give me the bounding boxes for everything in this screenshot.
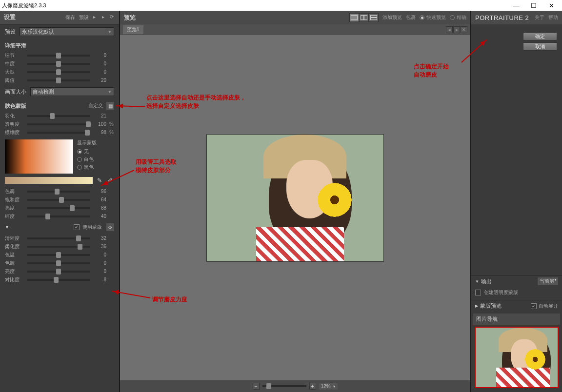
brand-label: PORTRAITURE 2 — [475, 14, 529, 21]
create-alpha-mask-checkbox[interactable] — [475, 290, 481, 295]
zoom-out-button[interactable]: − — [253, 383, 260, 390]
skin1-label-0: 羽化 — [5, 113, 24, 119]
enhance-slider-2[interactable] — [27, 254, 90, 256]
skin1-slider-2[interactable] — [27, 132, 90, 134]
eyedropper-icon[interactable]: ✎ — [96, 176, 103, 184]
enhance-slider-3[interactable] — [27, 262, 90, 264]
output-expand[interactable]: ▼ — [475, 279, 479, 284]
enhance-slider-1[interactable] — [27, 246, 90, 248]
skin2-label-2: 亮度 — [5, 205, 24, 212]
help-link[interactable]: 帮助 — [548, 14, 558, 21]
thumbnail-nav-title: 图片导航 — [473, 314, 560, 325]
output-layer-select[interactable]: 当前层 — [538, 277, 558, 285]
color-picker-area[interactable] — [5, 139, 73, 174]
detail-slider-0[interactable] — [27, 55, 90, 57]
enhance-expand[interactable]: ▼ — [5, 225, 9, 230]
skin1-value-0: 21 — [93, 113, 106, 118]
detail-slider-2[interactable] — [27, 71, 90, 73]
skin2-slider-1[interactable] — [27, 199, 90, 201]
use-mask-label: 使用蒙版 — [82, 224, 102, 231]
enhance-value-4: 0 — [93, 269, 106, 274]
eyedropper-minus-icon[interactable]: ✐ — [106, 176, 114, 184]
skin-mode[interactable]: 自定义 — [88, 102, 103, 109]
hue-bar[interactable] — [5, 177, 93, 184]
detail-value-1: 0 — [93, 61, 106, 66]
quick-preview-radio[interactable]: 快速预览 — [420, 14, 446, 21]
add-preview[interactable]: 添加预览 — [382, 14, 402, 21]
zoom-value-select[interactable]: 12% — [319, 383, 338, 390]
detail-slider-3[interactable] — [27, 79, 90, 81]
skin2-value-2: 88 — [93, 205, 106, 211]
detail-slider-1[interactable] — [27, 63, 90, 65]
preview-tab-1[interactable]: 预览1 — [123, 25, 143, 34]
minimize-button[interactable]: — — [507, 0, 525, 11]
enhance-label-0: 清晰度 — [5, 235, 24, 242]
skin2-label-1: 饱和度 — [5, 196, 24, 203]
mask-radio-white[interactable]: 白色 — [77, 156, 97, 163]
detail-label-0: 细节 — [5, 52, 24, 59]
show-mask-label: 显示蒙版 — [77, 139, 97, 146]
enhance-label-3: 色调 — [5, 260, 24, 267]
redo-button[interactable]: ▸ — [100, 14, 106, 21]
enhance-label-4: 亮度 — [5, 268, 24, 275]
preview-header-title: 预览 — [124, 14, 136, 22]
reset-button[interactable]: ⟳ — [108, 14, 115, 21]
undo-button[interactable]: ▸ — [91, 14, 98, 21]
auto-expand-checkbox[interactable] — [531, 303, 537, 309]
view-single-button[interactable] — [349, 13, 359, 22]
package-link[interactable]: 包裹 — [406, 14, 416, 21]
enhance-reset-icon[interactable]: ⟳ — [106, 223, 114, 231]
load-preset[interactable]: 预设 — [79, 14, 89, 21]
enhance-label-5: 对比度 — [5, 276, 24, 283]
skin2-value-3: 40 — [93, 214, 106, 219]
skin1-slider-0[interactable] — [27, 115, 90, 117]
enhance-value-3: 0 — [93, 260, 106, 266]
skin2-slider-0[interactable] — [27, 191, 90, 193]
view-splitv-button[interactable] — [359, 13, 369, 22]
canvas-size-label: 画面大小 — [5, 88, 26, 96]
zoom-in-button[interactable]: + — [309, 383, 316, 390]
skin2-label-3: 纬度 — [5, 213, 24, 220]
enhance-label-2: 色温 — [5, 252, 24, 258]
close-button[interactable]: ✕ — [542, 0, 560, 11]
enhance-slider-4[interactable] — [27, 271, 90, 273]
skin2-label-0: 色调 — [5, 188, 24, 195]
create-alpha-mask-label: 创建透明度蒙版 — [484, 289, 518, 296]
use-mask-checkbox[interactable] — [74, 224, 80, 230]
tab-prev[interactable]: ◂ — [446, 26, 453, 33]
skin2-slider-2[interactable] — [27, 207, 90, 209]
zoom-slider[interactable] — [262, 385, 306, 387]
skin-section-title: 肤色蒙版 — [5, 102, 88, 110]
preset-select[interactable]: 永乐汉化默认 — [20, 27, 114, 36]
detail-label-1: 中度 — [5, 60, 24, 67]
thumbnail-image[interactable] — [475, 327, 559, 388]
mask-radio-none[interactable]: 无 — [77, 148, 97, 155]
detail-value-0: 0 — [93, 53, 106, 58]
mask-preview-expand[interactable]: ▶ — [475, 304, 478, 308]
preview-canvas[interactable] — [120, 35, 470, 380]
preset-label: 预设 — [5, 28, 16, 36]
enhance-slider-5[interactable] — [27, 279, 90, 281]
tab-close[interactable]: ✕ — [461, 26, 467, 33]
left-header-title: 设置 — [4, 13, 16, 21]
save-preset[interactable]: 保存 — [65, 14, 75, 21]
tab-next[interactable]: ▸ — [453, 26, 460, 33]
skin1-slider-1[interactable] — [27, 123, 90, 125]
window-title: 人像磨皮滤镜2.3.3 — [2, 2, 46, 9]
skin2-slider-3[interactable] — [27, 216, 90, 217]
mask-preview-title: 蒙版预览 — [480, 302, 529, 310]
mask-radio-black[interactable]: 黑色 — [77, 164, 97, 171]
auto-expand-label: 自动展开 — [539, 303, 558, 310]
detail-section-title: 详细平滑 — [0, 39, 119, 51]
precise-preview-radio[interactable]: 精确 — [450, 14, 466, 21]
skin2-value-1: 64 — [93, 197, 106, 202]
skin1-label-1: 透明度 — [5, 121, 24, 128]
cancel-button[interactable]: 取消 — [523, 42, 557, 51]
about-link[interactable]: 关于 — [535, 14, 544, 21]
mask-palette-icon[interactable]: ▦ — [106, 102, 114, 110]
view-splith-button[interactable] — [369, 13, 379, 22]
ok-button[interactable]: 确定 — [523, 32, 557, 40]
enhance-slider-0[interactable] — [27, 237, 90, 239]
maximize-button[interactable]: ☐ — [525, 0, 542, 11]
canvas-size-select[interactable]: 自动检测 — [30, 87, 114, 96]
